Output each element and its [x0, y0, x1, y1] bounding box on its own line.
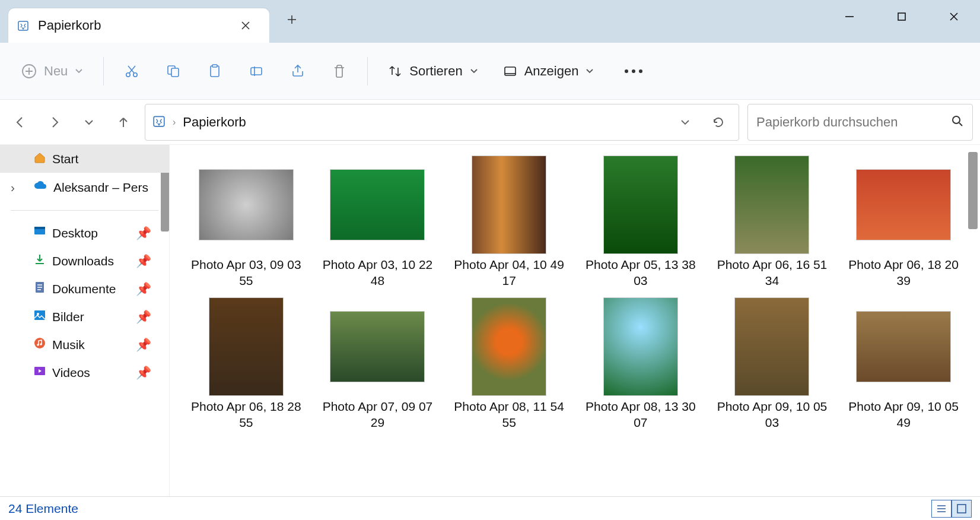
file-item[interactable]: Photo Apr 08, 11 54 55 [449, 297, 569, 431]
file-name: Photo Apr 06, 16 51 34 [715, 256, 828, 289]
minimize-icon [844, 11, 855, 23]
cloud-icon [33, 179, 47, 196]
video-icon [33, 364, 46, 381]
file-item[interactable]: Photo Apr 08, 13 30 07 [581, 297, 701, 431]
rename-button[interactable] [245, 59, 268, 84]
paste-icon [207, 64, 222, 79]
arrow-up-icon [116, 115, 131, 129]
file-name: Photo Apr 03, 10 22 48 [321, 256, 434, 289]
copy-icon [166, 64, 181, 79]
tab-close-button[interactable] [234, 14, 257, 37]
file-item[interactable]: Photo Apr 06, 18 28 55 [186, 297, 306, 431]
active-tab[interactable]: Papierkorb [8, 8, 269, 43]
desktop-icon [33, 225, 46, 241]
address-history-button[interactable] [672, 109, 698, 135]
sidebar-item-videos[interactable]: Videos 📌 [0, 359, 169, 386]
sidebar-item-onedrive[interactable]: › Aleksandr – Pers [0, 173, 169, 202]
recycle-bin-icon [152, 115, 166, 130]
file-item[interactable]: Photo Apr 07, 09 07 29 [318, 297, 438, 431]
file-item[interactable]: Photo Apr 09, 10 05 49 [844, 297, 963, 431]
delete-button[interactable] [328, 59, 351, 84]
content-scrollbar[interactable] [968, 152, 978, 229]
up-button[interactable] [110, 109, 136, 135]
file-name: Photo Apr 05, 13 38 03 [584, 256, 697, 289]
sidebar-item-documents[interactable]: Dokumente 📌 [0, 275, 169, 303]
sidebar-item-start[interactable]: Start [0, 145, 169, 173]
svg-point-4 [133, 72, 137, 76]
svg-point-19 [37, 344, 39, 346]
details-view-button[interactable] [931, 500, 952, 518]
forward-button[interactable] [42, 109, 68, 135]
chevron-down-icon [680, 117, 691, 128]
file-name: Photo Apr 06, 18 28 55 [190, 398, 303, 431]
cut-button[interactable] [120, 59, 143, 84]
arrow-right-icon [47, 115, 62, 129]
chevron-right-icon: › [11, 180, 15, 195]
search-box[interactable] [747, 104, 973, 141]
maximize-icon [896, 11, 907, 22]
view-label: Anzeigen [524, 64, 579, 79]
chevron-down-icon [83, 116, 95, 128]
paste-button[interactable] [203, 59, 226, 84]
address-bar[interactable]: › Papierkorb [145, 104, 739, 141]
clipboard-group [120, 59, 351, 84]
rename-icon [249, 64, 264, 79]
sidebar-item-desktop[interactable]: Desktop 📌 [0, 219, 169, 247]
new-label: Neu [44, 64, 68, 79]
search-icon [951, 115, 964, 130]
svg-point-3 [126, 72, 130, 76]
sort-button[interactable]: Sortieren [384, 59, 481, 84]
file-name: Photo Apr 08, 13 30 07 [584, 398, 697, 431]
file-item[interactable]: Photo Apr 04, 10 49 17 [449, 156, 569, 289]
thumbnail [856, 297, 951, 396]
minimize-button[interactable] [823, 0, 876, 33]
close-icon [240, 20, 251, 31]
recent-button[interactable] [76, 109, 102, 135]
pin-icon: 📌 [136, 366, 151, 380]
divider [103, 57, 104, 85]
file-name: Photo Apr 09, 10 05 03 [715, 398, 828, 431]
file-item[interactable]: Photo Apr 06, 18 20 39 [844, 156, 963, 289]
sidebar-item-label: Start [52, 152, 78, 166]
breadcrumb-segment[interactable]: Papierkorb [183, 115, 246, 130]
new-tab-button[interactable] [280, 8, 304, 31]
svg-rect-1 [898, 13, 905, 20]
file-item[interactable]: Photo Apr 03, 09 03 55 [186, 156, 306, 289]
search-input[interactable] [756, 115, 945, 130]
file-item[interactable]: Photo Apr 06, 16 51 34 [712, 156, 832, 289]
svg-rect-10 [505, 67, 516, 75]
close-window-button[interactable] [928, 0, 980, 33]
sidebar-item-label: Desktop [52, 226, 98, 240]
back-button[interactable] [7, 109, 33, 135]
new-button[interactable]: Neu [18, 59, 87, 84]
svg-rect-16 [34, 310, 45, 320]
svg-rect-14 [34, 227, 45, 229]
thumbnail [724, 297, 819, 396]
maximize-button[interactable] [876, 0, 928, 33]
file-item[interactable]: Photo Apr 09, 10 05 03 [712, 297, 832, 431]
file-item[interactable]: Photo Apr 05, 13 38 03 [581, 156, 701, 289]
share-button[interactable] [287, 59, 309, 84]
copy-button[interactable] [162, 59, 184, 84]
sidebar-item-downloads[interactable]: Downloads 📌 [0, 247, 169, 275]
plus-icon [286, 14, 298, 26]
thumbnail [462, 297, 556, 396]
sidebar-item-label: Dokumente [52, 282, 116, 296]
navigation-row: › Papierkorb [0, 100, 980, 145]
refresh-button[interactable] [705, 109, 731, 135]
file-name: Photo Apr 08, 11 54 55 [453, 398, 565, 431]
file-item[interactable]: Photo Apr 03, 10 22 48 [318, 156, 438, 289]
refresh-icon [712, 116, 725, 129]
view-button[interactable]: Anzeigen [499, 59, 598, 84]
sidebar-item-music[interactable]: Musik 📌 [0, 331, 169, 359]
divider [11, 210, 158, 211]
view-icon [503, 64, 517, 78]
item-count: 24 Elemente [8, 502, 78, 516]
more-button[interactable] [621, 65, 646, 78]
thumbnail [330, 156, 425, 254]
pin-icon: 📌 [136, 310, 151, 324]
thumbnails-view-button[interactable] [952, 500, 972, 518]
sidebar-item-pictures[interactable]: Bilder 📌 [0, 303, 169, 331]
chevron-down-icon [470, 67, 478, 75]
sidebar-item-label: Videos [52, 366, 90, 380]
